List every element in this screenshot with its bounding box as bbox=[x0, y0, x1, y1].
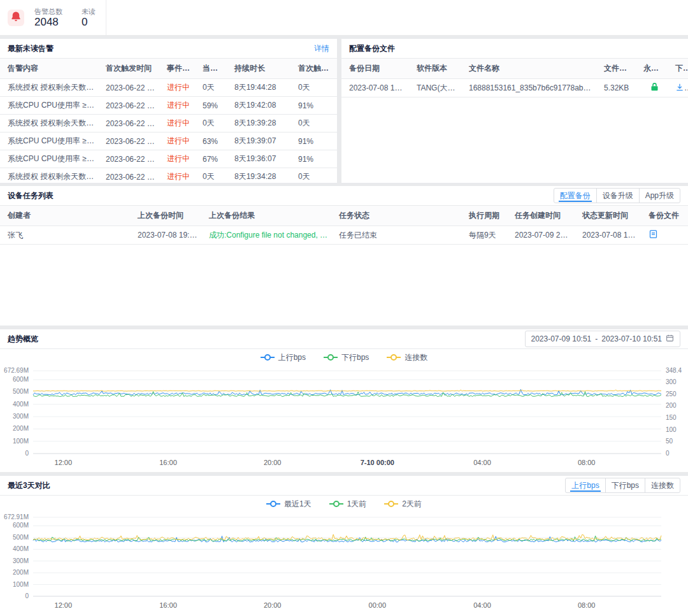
legend-label: 连接数 bbox=[405, 352, 427, 363]
lock-green-icon[interactable] bbox=[650, 82, 659, 94]
event-status: 进行中 bbox=[162, 97, 197, 115]
topbar: 告警总数 2048 未读 0 bbox=[0, 0, 688, 35]
column-header: 软件版本 bbox=[412, 59, 464, 79]
tasks-tab-2[interactable]: App升级 bbox=[639, 188, 680, 203]
legend-item[interactable]: 下行bps bbox=[324, 352, 369, 363]
backup-file-icon[interactable] bbox=[649, 229, 658, 241]
alert-row: 系统CPU CPU使用率 ≥ 50%2023-06-22 19:29进行中67%… bbox=[0, 150, 337, 168]
svg-text:250: 250 bbox=[666, 390, 677, 398]
svg-text:200M: 200M bbox=[13, 569, 29, 576]
svg-text:600M: 600M bbox=[13, 522, 29, 529]
backup-file-row: 2023-07-08 19:21:56TANG(大唐)r4p1,16888153… bbox=[341, 79, 688, 97]
first-trigger-time: 2023-06-22 19:29 bbox=[101, 150, 162, 168]
first-trigger-time: 2023-06-22 19:29 bbox=[101, 133, 162, 150]
alert-content: 系统CPU CPU使用率 ≥ 50% bbox=[0, 150, 101, 168]
svg-text:672.91M: 672.91M bbox=[4, 513, 29, 520]
svg-text:500M: 500M bbox=[13, 534, 29, 541]
svg-text:400M: 400M bbox=[13, 401, 29, 408]
three-day-compare-panel: 最近3天对比 上行bps下行bps连接数 最近1天1天前2天前 672.91M6… bbox=[0, 476, 688, 616]
legend-item[interactable]: 上行bps bbox=[261, 352, 306, 363]
svg-text:12:00: 12:00 bbox=[55, 601, 73, 609]
task-row: 张飞2023-07-08 19:24:11成功:Configure file n… bbox=[0, 226, 688, 245]
first-trigger-time: 2023-06-22 19:29 bbox=[101, 115, 162, 133]
last-backup-time: 2023-07-08 19:24:11 bbox=[133, 226, 204, 245]
svg-text:0: 0 bbox=[25, 592, 29, 599]
date-range-picker[interactable]: 2023-07-09 10:51 - 2023-07-10 10:51 bbox=[525, 331, 681, 347]
svg-text:300M: 300M bbox=[13, 413, 29, 420]
alert-total-value: 2048 bbox=[34, 16, 62, 29]
legend-label: 1天前 bbox=[347, 499, 367, 510]
first-trigger-time: 2023-06-22 19:29 bbox=[101, 79, 162, 97]
exec-cycle: 每隔9天 bbox=[464, 226, 510, 245]
compare-tab-2[interactable]: 连接数 bbox=[645, 478, 680, 493]
svg-text:100M: 100M bbox=[13, 438, 29, 445]
device-tasks-panel: 设备任务列表 配置备份设备升级App升级 创建者上次备份时间上次备份结果任务状态… bbox=[0, 186, 688, 326]
column-header: 执行周期 bbox=[464, 206, 510, 226]
column-header: 备份文件 bbox=[643, 206, 688, 226]
legend-line-icon bbox=[329, 503, 343, 505]
svg-text:300M: 300M bbox=[13, 557, 29, 564]
svg-text:500M: 500M bbox=[13, 388, 29, 395]
svg-text:300: 300 bbox=[666, 378, 677, 385]
tasks-tab-0[interactable]: 配置备份 bbox=[554, 188, 597, 203]
unread-stat: 未读 0 bbox=[82, 7, 96, 29]
latest-alerts-panel: 最新未读告警 详情 告警内容首次触发时间事件状态当前值持续时长首次触发值 系统授… bbox=[0, 39, 337, 183]
legend-line-icon bbox=[261, 357, 275, 358]
legend-line-icon bbox=[387, 357, 401, 358]
svg-text:12:00: 12:00 bbox=[55, 459, 73, 466]
task-status: 任务已结束 bbox=[334, 226, 464, 245]
legend-item[interactable]: 最近1天 bbox=[266, 499, 312, 510]
alert-row: 系统授权 授权剩余天数 ≤ 15天2023-06-22 19:29进行中0天8天… bbox=[0, 115, 337, 133]
alert-row: 系统授权 授权剩余天数 ≤ 15天2023-06-22 19:29进行中0天8天… bbox=[0, 79, 337, 97]
event-status: 进行中 bbox=[162, 150, 197, 168]
date-range-start: 2023-07-09 10:51 bbox=[531, 334, 592, 343]
unread-label: 未读 bbox=[82, 7, 96, 16]
panel-title: 设备任务列表 bbox=[8, 190, 54, 201]
compare-tab-0[interactable]: 上行bps bbox=[565, 478, 605, 493]
legend-line-icon bbox=[266, 503, 280, 505]
topbar-divider bbox=[106, 0, 106, 35]
duration: 8天19:34:28 bbox=[229, 168, 293, 186]
column-header: 任务创建时间 bbox=[510, 206, 577, 226]
legend-item[interactable]: 2天前 bbox=[384, 499, 422, 510]
svg-text:200M: 200M bbox=[13, 425, 29, 432]
legend-item[interactable]: 1天前 bbox=[329, 499, 367, 510]
svg-text:600M: 600M bbox=[13, 376, 29, 383]
alert-row: 系统授权 授权剩余天数 ≤ 15天2023-06-22 19:29进行中0天8天… bbox=[0, 168, 337, 186]
backup-date: 2023-07-08 19:21:56 bbox=[341, 79, 412, 97]
alerts-table: 告警内容首次触发时间事件状态当前值持续时长首次触发值 系统授权 授权剩余天数 ≤… bbox=[0, 59, 337, 204]
tasks-tabgroup: 配置备份设备升级App升级 bbox=[554, 188, 680, 203]
compare-tab-1[interactable]: 下行bps bbox=[605, 478, 645, 493]
compare-chart-legend: 最近1天1天前2天前 bbox=[0, 496, 688, 512]
first-trigger-time: 2023-06-22 19:29 bbox=[101, 97, 162, 115]
duration: 8天19:39:07 bbox=[229, 133, 293, 150]
software-version: TANG(大唐)r4p1, bbox=[412, 79, 464, 97]
column-header: 上次备份结果 bbox=[204, 206, 334, 226]
panel-title: 趋势概览 bbox=[8, 334, 38, 345]
tasks-tab-1[interactable]: 设备升级 bbox=[596, 188, 640, 203]
alert-bell-button[interactable] bbox=[8, 10, 24, 26]
compare-tabgroup: 上行bps下行bps连接数 bbox=[565, 478, 680, 493]
svg-text:400M: 400M bbox=[13, 545, 29, 552]
config-backup-files-panel: 配置备份文件 备份日期软件版本文件名称文件大小永久保存下载 2023-07-08… bbox=[341, 39, 688, 183]
legend-item[interactable]: 连接数 bbox=[387, 352, 427, 363]
unread-value: 0 bbox=[82, 16, 96, 29]
svg-text:08:00: 08:00 bbox=[578, 459, 596, 466]
alerts-detail-link[interactable]: 详情 bbox=[314, 43, 329, 54]
download-icon[interactable] bbox=[675, 83, 684, 94]
event-status: 进行中 bbox=[162, 133, 197, 150]
current-value: 0天 bbox=[197, 79, 229, 97]
first-trigger-time: 2023-06-22 19:29 bbox=[101, 168, 162, 186]
svg-text:150: 150 bbox=[666, 414, 677, 421]
file-name: 16888153161_835b7b6c91778ab1910439a10 bbox=[464, 79, 599, 97]
svg-text:08:00: 08:00 bbox=[578, 601, 596, 609]
first-trigger-value: 0天 bbox=[293, 79, 337, 97]
column-header: 首次触发值 bbox=[293, 59, 337, 79]
date-range-separator: - bbox=[595, 334, 598, 343]
legend-line-icon bbox=[324, 357, 338, 358]
event-status: 进行中 bbox=[162, 168, 197, 186]
date-range-end: 2023-07-10 10:51 bbox=[601, 334, 662, 343]
current-value: 63% bbox=[197, 133, 229, 150]
svg-text:50: 50 bbox=[666, 438, 673, 445]
column-header: 上次备份时间 bbox=[133, 206, 204, 226]
